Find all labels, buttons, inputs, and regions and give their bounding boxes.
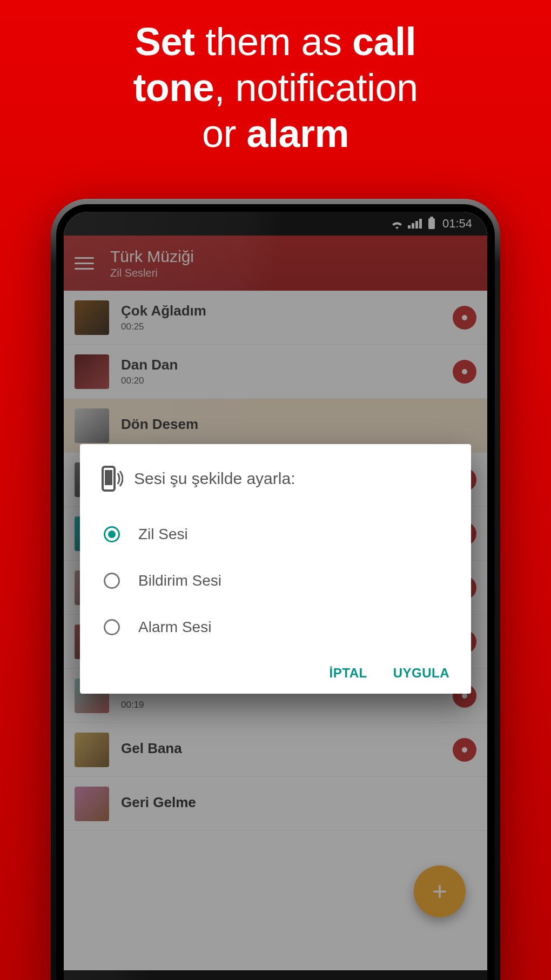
dialog-actions: İPTAL UYGULA (102, 666, 449, 681)
promo-background: Set them as call tone, notification or a… (0, 0, 551, 980)
apply-button[interactable]: UYGULA (393, 666, 449, 681)
radio-option-notification[interactable]: Bildirim Sesi (102, 558, 449, 604)
radio-icon (104, 573, 120, 589)
phone-inner: 01:54 Türk Müziği Zil Sesleri (56, 204, 495, 980)
headline-word-alarm: alarm (246, 112, 349, 155)
cancel-button[interactable]: İPTAL (330, 666, 367, 681)
radio-label: Alarm Sesi (138, 619, 211, 636)
radio-option-ringtone[interactable]: Zil Sesi (102, 511, 449, 558)
svg-rect-1 (105, 470, 112, 485)
phone-frame: 01:54 Türk Müziği Zil Sesleri (51, 199, 500, 980)
radio-option-alarm[interactable]: Alarm Sesi (102, 604, 449, 650)
promo-headline: Set them as call tone, notification or a… (111, 0, 439, 157)
phone-screen: 01:54 Türk Müziği Zil Sesleri (64, 212, 487, 980)
dialog-header: Sesi şu şekilde ayarla: (102, 466, 449, 492)
phone-mock: 01:54 Türk Müziği Zil Sesleri (51, 199, 500, 980)
dialog-title: Sesi şu şekilde ayarla: (134, 469, 295, 488)
headline-word-set: Set (135, 20, 195, 63)
headline-word-call: call (352, 20, 416, 63)
radio-icon (104, 526, 120, 542)
headline-word-tone: tone (133, 66, 214, 109)
set-sound-dialog: Sesi şu şekilde ayarla: Zil Sesi Bildiri… (80, 444, 471, 694)
radio-label: Zil Sesi (138, 526, 188, 543)
radio-icon (104, 619, 120, 635)
radio-label: Bildirim Sesi (138, 572, 221, 589)
phone-ring-icon (102, 466, 123, 492)
